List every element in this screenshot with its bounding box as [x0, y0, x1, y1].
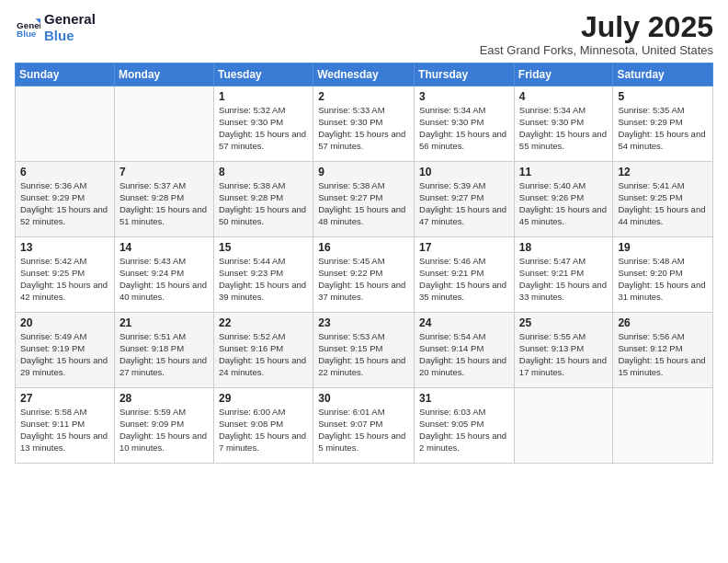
- day-number: 22: [219, 316, 308, 329]
- day-info: Sunrise: 5:40 AMSunset: 9:26 PMDaylight:…: [519, 180, 609, 227]
- day-number: 12: [618, 166, 708, 178]
- day-number: 9: [318, 166, 409, 178]
- day-info: Sunrise: 5:56 AMSunset: 9:12 PMDaylight:…: [618, 331, 708, 378]
- day-info: Sunrise: 5:37 AMSunset: 9:28 PMDaylight:…: [119, 180, 209, 227]
- day-number: 6: [20, 166, 109, 178]
- day-number: 29: [219, 392, 308, 405]
- calendar-cell: 27Sunrise: 5:58 AMSunset: 9:11 PMDayligh…: [16, 388, 115, 464]
- svg-text:Blue: Blue: [17, 29, 37, 39]
- calendar-cell: 17Sunrise: 5:46 AMSunset: 9:21 PMDayligh…: [415, 237, 515, 313]
- calendar-cell: 9Sunrise: 5:38 AMSunset: 9:27 PMDaylight…: [313, 162, 415, 237]
- day-info: Sunrise: 5:45 AMSunset: 9:22 PMDaylight:…: [318, 256, 409, 303]
- calendar-week-3: 13Sunrise: 5:42 AMSunset: 9:25 PMDayligh…: [16, 237, 713, 313]
- day-number: 3: [419, 90, 509, 103]
- calendar-cell: 20Sunrise: 5:49 AMSunset: 9:19 PMDayligh…: [16, 313, 115, 388]
- day-info: Sunrise: 5:34 AMSunset: 9:30 PMDaylight:…: [419, 105, 509, 152]
- day-info: Sunrise: 5:46 AMSunset: 9:21 PMDaylight:…: [419, 256, 509, 303]
- day-number: 20: [20, 316, 109, 329]
- day-info: Sunrise: 5:41 AMSunset: 9:25 PMDaylight:…: [618, 180, 708, 227]
- day-number: 16: [318, 241, 409, 254]
- calendar-cell: 13Sunrise: 5:42 AMSunset: 9:25 PMDayligh…: [16, 237, 115, 313]
- day-number: 17: [419, 241, 509, 254]
- weekday-header-row: Sunday Monday Tuesday Wednesday Thursday…: [16, 63, 713, 86]
- day-number: 14: [119, 241, 209, 254]
- day-number: 27: [20, 392, 109, 405]
- day-info: Sunrise: 5:53 AMSunset: 9:15 PMDaylight:…: [318, 331, 409, 378]
- calendar-cell: 19Sunrise: 5:48 AMSunset: 9:20 PMDayligh…: [613, 237, 713, 313]
- calendar-cell: 31Sunrise: 6:03 AMSunset: 9:05 PMDayligh…: [415, 388, 515, 464]
- calendar-cell: 5Sunrise: 5:35 AMSunset: 9:29 PMDaylight…: [613, 86, 713, 162]
- day-info: Sunrise: 5:52 AMSunset: 9:16 PMDaylight:…: [219, 331, 308, 378]
- day-number: 13: [20, 241, 109, 254]
- header-saturday: Saturday: [613, 63, 713, 86]
- day-number: 25: [519, 316, 609, 329]
- day-info: Sunrise: 5:35 AMSunset: 9:29 PMDaylight:…: [618, 105, 708, 152]
- day-number: 5: [618, 90, 708, 103]
- calendar-cell: [16, 86, 115, 162]
- day-info: Sunrise: 5:39 AMSunset: 9:27 PMDaylight:…: [419, 180, 509, 227]
- day-info: Sunrise: 5:51 AMSunset: 9:18 PMDaylight:…: [119, 331, 209, 378]
- header-sunday: Sunday: [16, 63, 115, 86]
- header-tuesday: Tuesday: [213, 63, 313, 86]
- calendar-cell: 30Sunrise: 6:01 AMSunset: 9:07 PMDayligh…: [313, 388, 415, 464]
- day-number: 24: [419, 316, 509, 329]
- logo-blue: Blue: [44, 28, 96, 44]
- calendar-cell: [613, 388, 713, 464]
- title-block: July 2025 East Grand Forks, Minnesota, U…: [480, 11, 713, 57]
- location: East Grand Forks, Minnesota, United Stat…: [480, 43, 713, 57]
- day-info: Sunrise: 5:38 AMSunset: 9:27 PMDaylight:…: [318, 180, 409, 227]
- calendar-cell: 12Sunrise: 5:41 AMSunset: 9:25 PMDayligh…: [613, 162, 713, 237]
- day-info: Sunrise: 5:32 AMSunset: 9:30 PMDaylight:…: [219, 105, 308, 152]
- calendar-table: Sunday Monday Tuesday Wednesday Thursday…: [15, 63, 713, 464]
- calendar-cell: 22Sunrise: 5:52 AMSunset: 9:16 PMDayligh…: [213, 313, 313, 388]
- calendar-week-2: 6Sunrise: 5:36 AMSunset: 9:29 PMDaylight…: [16, 162, 713, 237]
- day-info: Sunrise: 6:03 AMSunset: 9:05 PMDaylight:…: [419, 407, 509, 454]
- day-info: Sunrise: 5:54 AMSunset: 9:14 PMDaylight:…: [419, 331, 509, 378]
- day-number: 19: [618, 241, 708, 254]
- logo-general: General: [44, 11, 96, 28]
- header-thursday: Thursday: [415, 63, 515, 86]
- calendar-cell: 26Sunrise: 5:56 AMSunset: 9:12 PMDayligh…: [613, 313, 713, 388]
- day-number: 23: [318, 316, 409, 329]
- logo: General Blue General Blue: [15, 11, 96, 44]
- calendar-cell: 14Sunrise: 5:43 AMSunset: 9:24 PMDayligh…: [114, 237, 213, 313]
- day-number: 2: [318, 90, 409, 103]
- calendar-cell: 23Sunrise: 5:53 AMSunset: 9:15 PMDayligh…: [313, 313, 415, 388]
- calendar-week-1: 1Sunrise: 5:32 AMSunset: 9:30 PMDaylight…: [16, 86, 713, 162]
- calendar-cell: 2Sunrise: 5:33 AMSunset: 9:30 PMDaylight…: [313, 86, 415, 162]
- day-number: 31: [419, 392, 509, 405]
- header-wednesday: Wednesday: [313, 63, 415, 86]
- day-info: Sunrise: 6:01 AMSunset: 9:07 PMDaylight:…: [318, 407, 409, 454]
- day-number: 4: [519, 90, 609, 103]
- calendar-cell: [514, 388, 613, 464]
- header-monday: Monday: [114, 63, 213, 86]
- day-number: 18: [519, 241, 609, 254]
- day-info: Sunrise: 5:48 AMSunset: 9:20 PMDaylight:…: [618, 256, 708, 303]
- day-info: Sunrise: 5:44 AMSunset: 9:23 PMDaylight:…: [219, 256, 308, 303]
- calendar-cell: 21Sunrise: 5:51 AMSunset: 9:18 PMDayligh…: [114, 313, 213, 388]
- day-number: 8: [219, 166, 308, 178]
- day-number: 26: [618, 316, 708, 329]
- calendar-week-5: 27Sunrise: 5:58 AMSunset: 9:11 PMDayligh…: [16, 388, 713, 464]
- day-number: 15: [219, 241, 308, 254]
- day-number: 28: [119, 392, 209, 405]
- calendar-cell: 11Sunrise: 5:40 AMSunset: 9:26 PMDayligh…: [514, 162, 613, 237]
- calendar-cell: 1Sunrise: 5:32 AMSunset: 9:30 PMDaylight…: [213, 86, 313, 162]
- calendar-week-4: 20Sunrise: 5:49 AMSunset: 9:19 PMDayligh…: [16, 313, 713, 388]
- day-info: Sunrise: 6:00 AMSunset: 9:08 PMDaylight:…: [219, 407, 308, 454]
- calendar-cell: 25Sunrise: 5:55 AMSunset: 9:13 PMDayligh…: [514, 313, 613, 388]
- day-info: Sunrise: 5:33 AMSunset: 9:30 PMDaylight:…: [318, 105, 409, 152]
- day-number: 7: [119, 166, 209, 178]
- calendar-cell: 6Sunrise: 5:36 AMSunset: 9:29 PMDaylight…: [16, 162, 115, 237]
- day-info: Sunrise: 5:55 AMSunset: 9:13 PMDaylight:…: [519, 331, 609, 378]
- day-number: 1: [219, 90, 308, 103]
- calendar-cell: 8Sunrise: 5:38 AMSunset: 9:28 PMDaylight…: [213, 162, 313, 237]
- calendar-cell: 28Sunrise: 5:59 AMSunset: 9:09 PMDayligh…: [114, 388, 213, 464]
- day-info: Sunrise: 5:43 AMSunset: 9:24 PMDaylight:…: [119, 256, 209, 303]
- day-info: Sunrise: 5:47 AMSunset: 9:21 PMDaylight:…: [519, 256, 609, 303]
- day-info: Sunrise: 5:38 AMSunset: 9:28 PMDaylight:…: [219, 180, 308, 227]
- day-info: Sunrise: 5:58 AMSunset: 9:11 PMDaylight:…: [20, 407, 109, 454]
- calendar-cell: 3Sunrise: 5:34 AMSunset: 9:30 PMDaylight…: [415, 86, 515, 162]
- day-info: Sunrise: 5:36 AMSunset: 9:29 PMDaylight:…: [20, 180, 109, 227]
- day-number: 30: [318, 392, 409, 405]
